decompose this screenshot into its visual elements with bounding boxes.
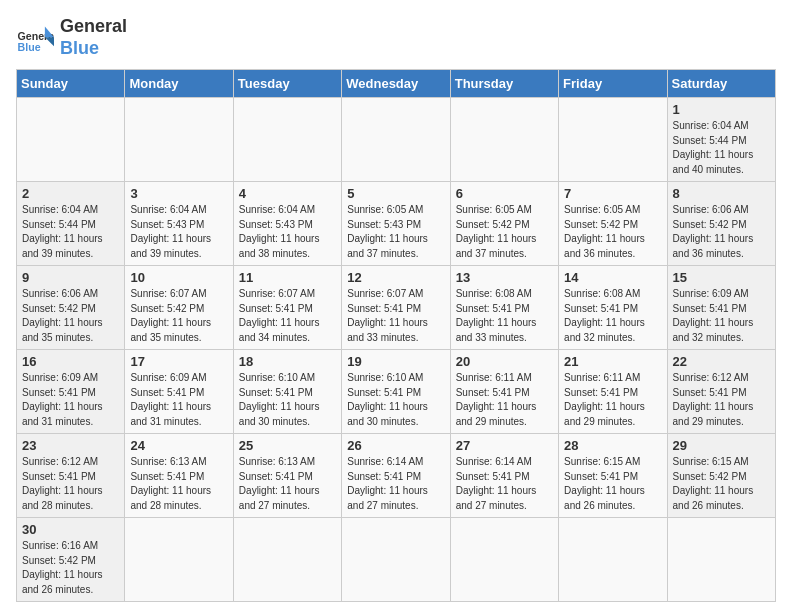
calendar-cell: 24Sunrise: 6:13 AM Sunset: 5:41 PM Dayli… <box>125 434 233 518</box>
calendar-cell: 18Sunrise: 6:10 AM Sunset: 5:41 PM Dayli… <box>233 350 341 434</box>
calendar-week-1: 2Sunrise: 6:04 AM Sunset: 5:44 PM Daylig… <box>17 182 776 266</box>
day-number: 25 <box>239 438 336 453</box>
weekday-sunday: Sunday <box>17 70 125 98</box>
calendar-cell: 9Sunrise: 6:06 AM Sunset: 5:42 PM Daylig… <box>17 266 125 350</box>
day-number: 5 <box>347 186 444 201</box>
weekday-wednesday: Wednesday <box>342 70 450 98</box>
calendar-cell: 4Sunrise: 6:04 AM Sunset: 5:43 PM Daylig… <box>233 182 341 266</box>
day-number: 19 <box>347 354 444 369</box>
day-number: 18 <box>239 354 336 369</box>
calendar-cell <box>342 98 450 182</box>
calendar-cell <box>233 518 341 602</box>
day-info: Sunrise: 6:07 AM Sunset: 5:41 PM Dayligh… <box>239 287 336 345</box>
day-info: Sunrise: 6:14 AM Sunset: 5:41 PM Dayligh… <box>456 455 553 513</box>
calendar-week-0: 1Sunrise: 6:04 AM Sunset: 5:44 PM Daylig… <box>17 98 776 182</box>
calendar-cell <box>125 98 233 182</box>
day-number: 1 <box>673 102 770 117</box>
calendar-cell: 30Sunrise: 6:16 AM Sunset: 5:42 PM Dayli… <box>17 518 125 602</box>
day-number: 10 <box>130 270 227 285</box>
calendar-cell <box>559 518 667 602</box>
calendar-cell: 27Sunrise: 6:14 AM Sunset: 5:41 PM Dayli… <box>450 434 558 518</box>
calendar-cell: 8Sunrise: 6:06 AM Sunset: 5:42 PM Daylig… <box>667 182 775 266</box>
day-info: Sunrise: 6:13 AM Sunset: 5:41 PM Dayligh… <box>239 455 336 513</box>
calendar-cell: 5Sunrise: 6:05 AM Sunset: 5:43 PM Daylig… <box>342 182 450 266</box>
calendar-cell: 1Sunrise: 6:04 AM Sunset: 5:44 PM Daylig… <box>667 98 775 182</box>
day-number: 24 <box>130 438 227 453</box>
weekday-thursday: Thursday <box>450 70 558 98</box>
calendar-cell: 25Sunrise: 6:13 AM Sunset: 5:41 PM Dayli… <box>233 434 341 518</box>
day-info: Sunrise: 6:12 AM Sunset: 5:41 PM Dayligh… <box>673 371 770 429</box>
day-info: Sunrise: 6:11 AM Sunset: 5:41 PM Dayligh… <box>564 371 661 429</box>
calendar-cell <box>559 98 667 182</box>
calendar-cell: 2Sunrise: 6:04 AM Sunset: 5:44 PM Daylig… <box>17 182 125 266</box>
day-number: 17 <box>130 354 227 369</box>
calendar-cell: 28Sunrise: 6:15 AM Sunset: 5:41 PM Dayli… <box>559 434 667 518</box>
day-number: 11 <box>239 270 336 285</box>
calendar-cell: 26Sunrise: 6:14 AM Sunset: 5:41 PM Dayli… <box>342 434 450 518</box>
calendar-cell: 11Sunrise: 6:07 AM Sunset: 5:41 PM Dayli… <box>233 266 341 350</box>
calendar-cell <box>233 98 341 182</box>
calendar-cell: 20Sunrise: 6:11 AM Sunset: 5:41 PM Dayli… <box>450 350 558 434</box>
calendar-cell: 29Sunrise: 6:15 AM Sunset: 5:42 PM Dayli… <box>667 434 775 518</box>
calendar-cell: 14Sunrise: 6:08 AM Sunset: 5:41 PM Dayli… <box>559 266 667 350</box>
day-info: Sunrise: 6:06 AM Sunset: 5:42 PM Dayligh… <box>673 203 770 261</box>
weekday-monday: Monday <box>125 70 233 98</box>
day-info: Sunrise: 6:04 AM Sunset: 5:44 PM Dayligh… <box>22 203 119 261</box>
day-number: 2 <box>22 186 119 201</box>
day-info: Sunrise: 6:11 AM Sunset: 5:41 PM Dayligh… <box>456 371 553 429</box>
logo: General Blue General Blue <box>16 16 127 59</box>
calendar-week-3: 16Sunrise: 6:09 AM Sunset: 5:41 PM Dayli… <box>17 350 776 434</box>
calendar-cell <box>450 518 558 602</box>
day-number: 6 <box>456 186 553 201</box>
weekday-header-row: SundayMondayTuesdayWednesdayThursdayFrid… <box>17 70 776 98</box>
day-info: Sunrise: 6:15 AM Sunset: 5:42 PM Dayligh… <box>673 455 770 513</box>
day-info: Sunrise: 6:04 AM Sunset: 5:44 PM Dayligh… <box>673 119 770 177</box>
day-number: 3 <box>130 186 227 201</box>
day-info: Sunrise: 6:16 AM Sunset: 5:42 PM Dayligh… <box>22 539 119 597</box>
calendar-cell: 12Sunrise: 6:07 AM Sunset: 5:41 PM Dayli… <box>342 266 450 350</box>
day-info: Sunrise: 6:08 AM Sunset: 5:41 PM Dayligh… <box>456 287 553 345</box>
calendar-cell: 21Sunrise: 6:11 AM Sunset: 5:41 PM Dayli… <box>559 350 667 434</box>
header: General Blue General Blue <box>16 16 776 59</box>
calendar-cell: 3Sunrise: 6:04 AM Sunset: 5:43 PM Daylig… <box>125 182 233 266</box>
day-info: Sunrise: 6:15 AM Sunset: 5:41 PM Dayligh… <box>564 455 661 513</box>
calendar-cell: 15Sunrise: 6:09 AM Sunset: 5:41 PM Dayli… <box>667 266 775 350</box>
day-number: 29 <box>673 438 770 453</box>
calendar-cell: 17Sunrise: 6:09 AM Sunset: 5:41 PM Dayli… <box>125 350 233 434</box>
day-number: 8 <box>673 186 770 201</box>
day-number: 14 <box>564 270 661 285</box>
day-info: Sunrise: 6:13 AM Sunset: 5:41 PM Dayligh… <box>130 455 227 513</box>
day-number: 20 <box>456 354 553 369</box>
day-number: 15 <box>673 270 770 285</box>
calendar-cell: 19Sunrise: 6:10 AM Sunset: 5:41 PM Dayli… <box>342 350 450 434</box>
calendar-cell: 6Sunrise: 6:05 AM Sunset: 5:42 PM Daylig… <box>450 182 558 266</box>
weekday-friday: Friday <box>559 70 667 98</box>
day-number: 16 <box>22 354 119 369</box>
day-number: 12 <box>347 270 444 285</box>
day-info: Sunrise: 6:05 AM Sunset: 5:42 PM Dayligh… <box>564 203 661 261</box>
svg-text:Blue: Blue <box>18 41 41 53</box>
calendar-cell: 7Sunrise: 6:05 AM Sunset: 5:42 PM Daylig… <box>559 182 667 266</box>
day-info: Sunrise: 6:09 AM Sunset: 5:41 PM Dayligh… <box>22 371 119 429</box>
day-info: Sunrise: 6:05 AM Sunset: 5:43 PM Dayligh… <box>347 203 444 261</box>
day-info: Sunrise: 6:04 AM Sunset: 5:43 PM Dayligh… <box>239 203 336 261</box>
day-info: Sunrise: 6:07 AM Sunset: 5:42 PM Dayligh… <box>130 287 227 345</box>
calendar-week-4: 23Sunrise: 6:12 AM Sunset: 5:41 PM Dayli… <box>17 434 776 518</box>
day-number: 13 <box>456 270 553 285</box>
day-number: 27 <box>456 438 553 453</box>
calendar-cell <box>450 98 558 182</box>
calendar-cell: 23Sunrise: 6:12 AM Sunset: 5:41 PM Dayli… <box>17 434 125 518</box>
day-info: Sunrise: 6:09 AM Sunset: 5:41 PM Dayligh… <box>130 371 227 429</box>
day-info: Sunrise: 6:08 AM Sunset: 5:41 PM Dayligh… <box>564 287 661 345</box>
logo-icon: General Blue <box>16 19 54 57</box>
day-info: Sunrise: 6:07 AM Sunset: 5:41 PM Dayligh… <box>347 287 444 345</box>
weekday-saturday: Saturday <box>667 70 775 98</box>
day-info: Sunrise: 6:04 AM Sunset: 5:43 PM Dayligh… <box>130 203 227 261</box>
calendar-cell <box>667 518 775 602</box>
day-number: 28 <box>564 438 661 453</box>
calendar-table: SundayMondayTuesdayWednesdayThursdayFrid… <box>16 69 776 602</box>
calendar-week-5: 30Sunrise: 6:16 AM Sunset: 5:42 PM Dayli… <box>17 518 776 602</box>
day-info: Sunrise: 6:10 AM Sunset: 5:41 PM Dayligh… <box>239 371 336 429</box>
calendar-week-2: 9Sunrise: 6:06 AM Sunset: 5:42 PM Daylig… <box>17 266 776 350</box>
calendar-cell: 10Sunrise: 6:07 AM Sunset: 5:42 PM Dayli… <box>125 266 233 350</box>
